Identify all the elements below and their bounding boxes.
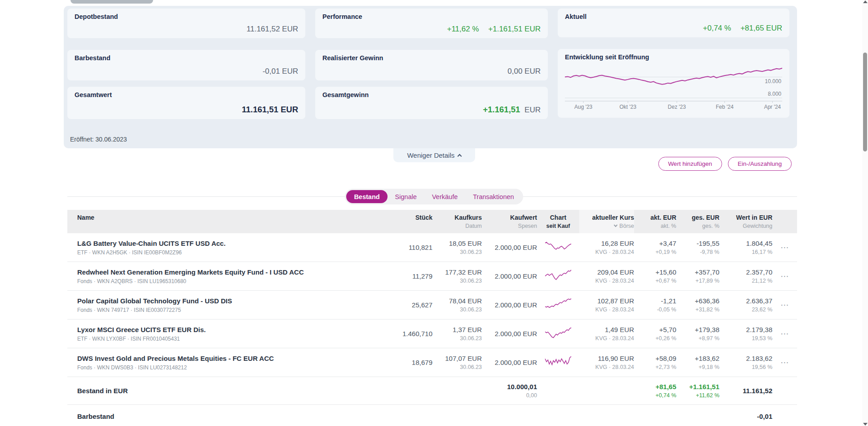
tab-verkäufe[interactable]: Verkäufe: [424, 190, 465, 203]
svg-text:8.000: 8.000: [768, 91, 781, 97]
aktuell-values: +0,74 % +81,65 EUR: [565, 24, 782, 33]
shares-cell: 25,627: [382, 291, 432, 319]
position-value-cell: 1.804,4516,17 %: [719, 233, 772, 262]
fund-name[interactable]: DWS Invest Gold and Precious Metals Equi…: [77, 355, 274, 362]
depotbestand-value: 11.161,52 EUR: [75, 25, 298, 34]
shares-cell: 1.460,710: [382, 320, 432, 348]
cash-label: Barbestand: [77, 413, 115, 420]
current-price-cell: 209,04 EURKVG · 28.03.24: [579, 262, 634, 290]
current-price: 116,90 EUR: [598, 355, 634, 362]
current-price-cell: 1,49 EURKVG · 28.03.24: [579, 320, 634, 348]
toggle-details-button[interactable]: Weniger Details: [393, 148, 475, 162]
scroll-up-arrow-icon[interactable]: [863, 0, 868, 3]
spacer: [432, 377, 482, 404]
barbestand-label: Barbestand: [75, 54, 298, 62]
fund-identifiers: Fonds · WKN DWS0B3 · ISIN LU0273148212: [77, 364, 187, 371]
fund-name-cell[interactable]: Lyxor MSCI Greece UCITS ETF EUR Dis.ETF …: [67, 320, 382, 348]
fund-identifiers: Fonds · WKN A2QBRS · ISIN LU1965310680: [77, 278, 186, 284]
fund-name-cell[interactable]: L&G Battery Value-Chain UCITS ETF USD Ac…: [67, 233, 382, 262]
fund-name[interactable]: Lyxor MSCI Greece UCITS ETF EUR Dis.: [77, 326, 206, 333]
daily-change: +3,47: [659, 240, 676, 247]
fund-name[interactable]: L&G Battery Value-Chain UCITS ETF USD Ac…: [77, 240, 225, 247]
scrolled-element-fragment: [70, 0, 153, 4]
add-value-button[interactable]: Wert hinzufügen: [658, 157, 722, 171]
column-header-main: Chart: [550, 214, 567, 221]
sparkline-cell: [537, 348, 579, 377]
summary-column-2: Performance +11,62 % +1.161,51 EUR Reali…: [315, 9, 548, 119]
tab-transaktionen[interactable]: Transaktionen: [465, 190, 521, 203]
column-header-sub: ges. %: [702, 223, 719, 229]
scrollbar-thumb[interactable]: [863, 53, 867, 151]
total-change: +636,36: [695, 297, 719, 305]
daily-change-sub: +0,26 %: [656, 335, 676, 342]
fund-identifiers: Fonds · WKN 749717 · ISIN IE0030772275: [77, 307, 181, 313]
spacer: [382, 377, 432, 404]
position-value-cell: 2.179,3819,53 %: [719, 320, 772, 348]
total-change: +357,70: [695, 268, 719, 276]
scroll-down-arrow-icon[interactable]: [863, 423, 868, 426]
fund-name[interactable]: Redwheel Next Generation Emerging Market…: [77, 268, 304, 276]
column-header-sub[interactable]: Börse: [614, 223, 634, 229]
buy-value: 2.000,00 EUR: [495, 272, 537, 280]
buy-value-cell: 2.000,00 EUR: [482, 262, 537, 290]
more-options-icon[interactable]: ⋯: [780, 243, 789, 252]
column-header-aktueller-kurs: aktueller KursBörse: [579, 210, 634, 233]
column-header-sub: Gewichtung: [743, 223, 772, 229]
chevron-up-icon: [458, 154, 462, 159]
aktuell-card: Aktuell +0,74 % +81,65 EUR: [558, 9, 789, 37]
fund-name[interactable]: Polar Capital Global Technology Fund - U…: [77, 297, 232, 305]
totals-total-eur: +1.161,51: [689, 383, 719, 390]
fund-name-cell[interactable]: Redwheel Next Generation Emerging Market…: [67, 262, 382, 290]
svg-text:Apr '24: Apr '24: [764, 104, 781, 110]
buy-price: 1,37 EUR: [453, 326, 482, 333]
daily-change-cell: +58,09+2,73 %: [634, 348, 676, 377]
more-options-icon[interactable]: ⋯: [780, 329, 789, 338]
position-value-sub: 16,17 %: [752, 249, 772, 255]
tab-signale[interactable]: Signale: [388, 190, 424, 203]
sparkline-cell: [537, 233, 579, 262]
column-header-main: Wert in EUR: [736, 214, 772, 221]
row-menu-cell: ⋯: [772, 348, 797, 377]
buy-price: 78,04 EUR: [449, 297, 482, 305]
account-opened-date: Eröffnet: 30.06.2023: [70, 136, 127, 143]
more-options-icon[interactable]: ⋯: [780, 301, 789, 309]
entwicklung-chart: 10.0008.000Aug '23Okt '23Dez '23Feb '24A…: [565, 63, 782, 112]
gesamtwert-value: 11.161,51 EUR: [75, 105, 298, 115]
fund-name-cell[interactable]: Polar Capital Global Technology Fund - U…: [67, 291, 382, 319]
current-price-sub: KVG · 28.03.24: [595, 364, 634, 370]
position-value: 2.636,37: [746, 297, 772, 305]
performance-card: Performance +11,62 % +1.161,51 EUR: [315, 9, 548, 38]
daily-change: +58,09: [656, 355, 676, 362]
totals-total-pct: +11,62 %: [696, 392, 719, 399]
column-header-main: akt. EUR: [650, 214, 676, 221]
tab-bestand[interactable]: Bestand: [346, 190, 387, 203]
scrollbar[interactable]: [862, 0, 868, 426]
daily-change-sub: +0,19 %: [656, 249, 676, 255]
daily-change-sub: +0,67 %: [656, 278, 676, 284]
cash-value-cell: -0,01: [719, 405, 772, 426]
gesamtgewinn-unit: EUR: [524, 106, 541, 114]
sparkline-cell: [537, 320, 579, 348]
sparkline-chart: [544, 355, 572, 370]
barbestand-value: -0,01 EUR: [75, 67, 298, 76]
fund-name-cell[interactable]: DWS Invest Gold and Precious Metals Equi…: [67, 348, 382, 377]
totals-daily-pct: +0,74 %: [656, 392, 676, 399]
more-options-icon[interactable]: ⋯: [780, 358, 789, 367]
spacer: [579, 377, 634, 404]
current-price-sub: KVG · 28.03.24: [595, 335, 634, 342]
entwicklung-card: Entwicklung seit Eröffnung 10.0008.000Au…: [558, 49, 789, 118]
entwicklung-label: Entwicklung seit Eröffnung: [565, 53, 782, 61]
column-header-main: Kaufkurs: [454, 214, 482, 221]
deposit-withdraw-button[interactable]: Ein-/Auszahlung: [728, 157, 792, 171]
total-change-cell: +357,70+17,89 %: [676, 262, 719, 290]
column-header-sub-label: ges. %: [702, 223, 719, 229]
total-change: -195,55: [696, 240, 719, 247]
more-options-icon[interactable]: ⋯: [780, 272, 789, 280]
current-price-cell: 116,90 EURKVG · 28.03.24: [579, 348, 634, 377]
total-change-cell: +183,62+9,18 %: [676, 348, 719, 377]
column-header-st-ck: Stück: [382, 210, 432, 233]
total-change-cell: -195,55-9,78 %: [676, 233, 719, 262]
column-header-sub-label: Spesen: [518, 223, 537, 229]
current-price-sub: KVG · 28.03.24: [595, 278, 634, 284]
totals-buy-value-cell: 10.000,010,00: [482, 377, 537, 404]
